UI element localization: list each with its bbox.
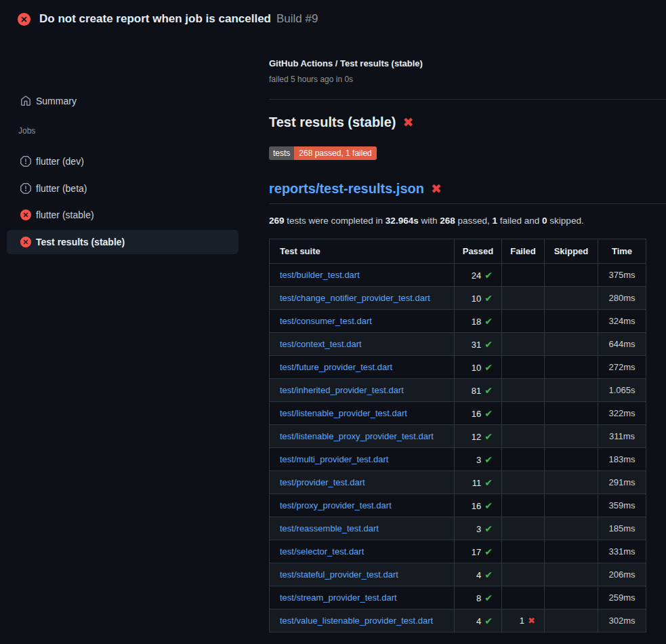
report-link[interactable]: reports/test-results.json bbox=[269, 181, 424, 197]
col-header-skipped: Skipped bbox=[545, 239, 598, 264]
page-title: Do not create report when job is cancell… bbox=[39, 12, 271, 26]
suite-link[interactable]: test/value_listenable_provider_test.dart bbox=[280, 616, 433, 626]
failed-cell bbox=[502, 586, 545, 609]
passed-cell: 10✔ bbox=[455, 287, 502, 310]
time-cell: 311ms bbox=[598, 425, 646, 448]
passed-cell: 3✔ bbox=[455, 517, 502, 540]
table-row: test/stateful_provider_test.dart4✔206ms bbox=[270, 563, 646, 586]
count-value: 10 bbox=[472, 294, 481, 304]
total-count: 269 bbox=[269, 216, 285, 226]
time-cell: 206ms bbox=[598, 563, 646, 586]
check-icon: ✔ bbox=[484, 477, 493, 488]
check-icon: ✔ bbox=[484, 431, 493, 442]
x-emoji-icon: ✖ bbox=[402, 115, 413, 130]
failed-cell bbox=[502, 356, 545, 379]
suite-link[interactable]: test/multi_provider_test.dart bbox=[280, 454, 388, 464]
failed-count: 1 bbox=[493, 216, 498, 226]
col-header-passed: Passed bbox=[455, 239, 502, 264]
failed-status-icon bbox=[20, 237, 31, 247]
section-divider bbox=[269, 203, 666, 204]
suite-cell: test/change_notifier_provider_test.dart bbox=[270, 287, 455, 310]
skipped-cell bbox=[545, 494, 598, 517]
suite-cell: test/proxy_provider_test.dart bbox=[270, 494, 455, 517]
time-cell: 291ms bbox=[598, 471, 646, 494]
passed-count: 268 bbox=[440, 216, 455, 226]
suite-link[interactable]: test/reassemble_test.dart bbox=[280, 523, 379, 534]
failed-status-icon bbox=[18, 13, 30, 26]
count-value: 24 bbox=[472, 270, 481, 281]
sidebar-item-flutter-beta[interactable]: flutter (beta) bbox=[7, 176, 238, 201]
suite-link[interactable]: test/selector_test.dart bbox=[280, 546, 364, 557]
skipped-cell bbox=[545, 448, 598, 471]
suite-cell: test/value_listenable_provider_test.dart bbox=[270, 609, 455, 632]
table-row: test/selector_test.dart17✔331ms bbox=[270, 540, 646, 563]
suite-cell: test/provider_test.dart bbox=[270, 471, 455, 494]
passed-cell: 31✔ bbox=[455, 333, 502, 356]
failed-cell bbox=[502, 540, 545, 563]
suite-link[interactable]: test/listenable_provider_test.dart bbox=[280, 408, 407, 418]
failed-cell bbox=[502, 563, 545, 586]
sidebar-item-flutter-dev[interactable]: flutter (dev) bbox=[7, 149, 238, 174]
failed-cell bbox=[502, 379, 545, 402]
suite-link[interactable]: test/change_notifier_provider_test.dart bbox=[280, 293, 430, 303]
suite-link[interactable]: test/stream_provider_test.dart bbox=[280, 592, 397, 603]
skipped-cell bbox=[545, 264, 598, 287]
home-icon bbox=[20, 96, 31, 106]
failed-cell: 1✖ bbox=[502, 609, 545, 632]
time-cell: 322ms bbox=[598, 402, 646, 425]
time-cell: 375ms bbox=[598, 264, 646, 287]
count-value: 1 bbox=[520, 616, 524, 626]
table-row: test/proxy_provider_test.dart16✔359ms bbox=[270, 494, 646, 517]
table-row: test/multi_provider_test.dart3✔183ms bbox=[270, 448, 646, 471]
time-cell: 359ms bbox=[598, 494, 646, 517]
suite-link[interactable]: test/proxy_provider_test.dart bbox=[280, 500, 392, 510]
skipped-cell bbox=[545, 333, 598, 356]
failed-cell bbox=[502, 425, 545, 448]
col-header-test-suite: Test suite bbox=[270, 239, 455, 264]
count-value: 18 bbox=[472, 317, 481, 327]
main-content: GitHub Actions / Test results (stable) f… bbox=[269, 0, 666, 644]
time-cell: 272ms bbox=[598, 356, 646, 379]
table-row: test/builder_test.dart24✔375ms bbox=[270, 264, 646, 287]
skipped-cell bbox=[545, 540, 598, 563]
check-icon: ✔ bbox=[484, 546, 493, 557]
time-cell: 183ms bbox=[598, 448, 646, 471]
tests-status-badge[interactable]: tests 268 passed, 1 failed bbox=[269, 146, 377, 160]
suite-link[interactable]: test/builder_test.dart bbox=[280, 270, 360, 280]
suite-cell: test/listenable_provider_test.dart bbox=[270, 402, 455, 425]
check-icon: ✔ bbox=[484, 408, 493, 419]
skipped-cell bbox=[545, 425, 598, 448]
count-value: 81 bbox=[472, 386, 481, 396]
suite-link[interactable]: test/future_provider_test.dart bbox=[280, 362, 392, 372]
failed-cell bbox=[502, 471, 545, 494]
sidebar-item-flutter-stable[interactable]: flutter (stable) bbox=[7, 203, 238, 227]
cancelled-stop-icon bbox=[20, 183, 31, 194]
sidebar-item-test-results-stable[interactable]: Test results (stable) bbox=[7, 230, 238, 254]
skipped-cell bbox=[545, 356, 598, 379]
suite-cell: test/stream_provider_test.dart bbox=[270, 586, 455, 609]
table-row: test/change_notifier_provider_test.dart1… bbox=[270, 287, 646, 310]
count-value: 3 bbox=[476, 455, 481, 465]
count-value: 31 bbox=[472, 340, 481, 350]
skipped-cell bbox=[545, 310, 598, 333]
passed-cell: 8✔ bbox=[455, 586, 502, 609]
skipped-cell bbox=[545, 379, 598, 402]
suite-link[interactable]: test/context_test.dart bbox=[280, 339, 362, 349]
x-emoji-icon: ✖ bbox=[431, 181, 442, 197]
failed-cell bbox=[502, 517, 545, 540]
sidebar-item-summary[interactable]: Summary bbox=[7, 89, 238, 113]
check-icon: ✔ bbox=[484, 316, 493, 327]
count-value: 11 bbox=[472, 478, 482, 488]
sidebar-item-label: flutter (dev) bbox=[36, 156, 84, 167]
suite-link[interactable]: test/stateful_provider_test.dart bbox=[280, 569, 398, 580]
cancelled-stop-icon bbox=[20, 156, 31, 167]
x-icon: ✖ bbox=[528, 616, 535, 626]
sidebar-item-label: flutter (stable) bbox=[36, 209, 94, 220]
time-cell: 324ms bbox=[598, 310, 646, 333]
suite-link[interactable]: test/provider_test.dart bbox=[280, 477, 365, 487]
suite-link[interactable]: test/consumer_test.dart bbox=[280, 316, 372, 326]
skipped-cell bbox=[545, 563, 598, 586]
passed-cell: 18✔ bbox=[455, 310, 502, 333]
suite-link[interactable]: test/listenable_proxy_provider_test.dart bbox=[280, 431, 434, 441]
suite-link[interactable]: test/inherited_provider_test.dart bbox=[280, 385, 404, 395]
